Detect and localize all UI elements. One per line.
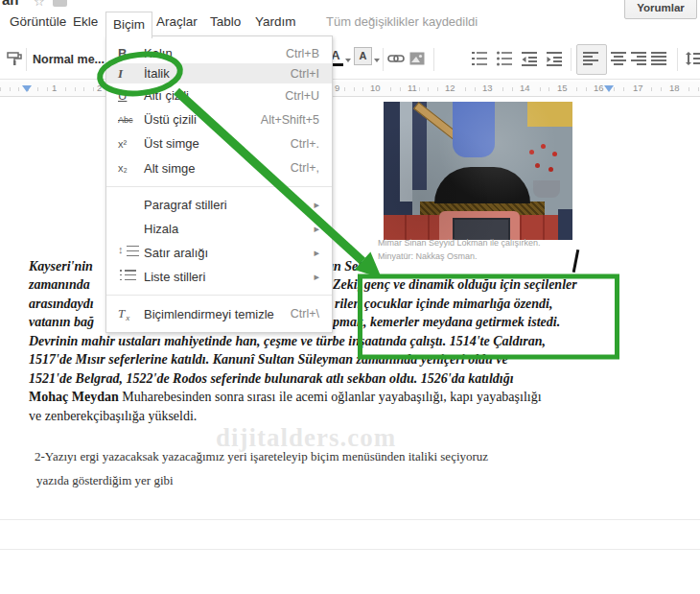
miniature-texture [384, 102, 572, 240]
menu-separator [106, 295, 332, 296]
ruler-number: 10 [368, 83, 383, 93]
menu-item-shortcut: Ctrl+I [291, 67, 319, 81]
ruler-number: 12 [443, 83, 457, 93]
menu-ekle[interactable]: Ekle [73, 14, 98, 29]
folder-icon[interactable] [53, 0, 67, 7]
insert-link-icon[interactable] [387, 50, 405, 67]
document-title-fragment[interactable]: an [2, 0, 19, 8]
document-image-miniature[interactable] [384, 102, 572, 240]
bold-icon: B [118, 46, 144, 60]
increase-indent-icon[interactable] [546, 50, 563, 67]
numbered-list-icon[interactable] [471, 50, 488, 67]
menu-item-label: Üst simge [144, 136, 199, 151]
menu-item-shortcut: Ctrl+B [286, 47, 319, 60]
menu-item-bicimlendirmeyi-temizle[interactable]: T Biçimlendirmeyi temizle Ctrl+\ [106, 301, 332, 326]
bulleted-list-icon[interactable] [496, 50, 513, 67]
line-spacing-icon[interactable] [685, 50, 700, 67]
menu-araclar[interactable]: Araçlar [156, 14, 198, 29]
menu-item-italik[interactable]: I İtalik Ctrl+I [106, 63, 332, 83]
decrease-indent-icon[interactable] [521, 50, 538, 67]
doc-line[interactable]: Zeki, genç ve dinamik olduğu için seçile… [333, 277, 577, 293]
ruler-number: 1 [50, 83, 58, 93]
doc-line[interactable]: zamanında [29, 277, 90, 293]
menu-item-label: Üstü çizili [144, 112, 197, 127]
menu-goruntule[interactable]: Görüntüle [10, 14, 66, 29]
menu-item-paragraf-stilleri[interactable]: Paragraf stilleri [106, 193, 332, 217]
menu-item-shortcut: Ctrl+\ [291, 307, 319, 321]
ruler-number: 13 [480, 83, 495, 93]
highlight-color-caret-icon[interactable] [374, 59, 380, 62]
menu-item-label: Liste stilleri [144, 270, 205, 284]
ruler-number: 9 [333, 83, 341, 93]
text-color-caret-icon[interactable] [345, 59, 351, 62]
highlight-color-icon[interactable]: A [354, 47, 372, 65]
align-center-icon[interactable] [611, 52, 626, 65]
menu-item-label: Biçimlendirmeyi temizle [144, 307, 274, 321]
align-right-icon[interactable] [631, 52, 646, 65]
toolbar-separator [677, 48, 678, 71]
insert-image-icon[interactable] [408, 50, 426, 67]
menu-item-alt-simge[interactable]: x₂ Alt simge Ctrl+, [106, 155, 332, 180]
doc-line[interactable]: ve zenberekçibaşılığa yükseldi. [29, 409, 197, 424]
doc-line[interactable]: yazıda gösterdiğim yer gibi [36, 473, 174, 488]
menu-item-label: İtalik [144, 66, 170, 81]
doc-line[interactable]: 1521'de Belgrad, 1522'de Rodos seferinde… [29, 371, 514, 387]
subscript-icon: x₂ [118, 162, 144, 174]
doc-line[interactable]: Devrinin mahir ustaları mahiyetinde han,… [29, 334, 546, 349]
doc-line[interactable]: an Selim [327, 259, 376, 274]
format-menu: B Kalın Ctrl+B I İtalik Ctrl+I U Altı çi… [105, 36, 333, 333]
doc-line[interactable]: arasındaydı [29, 297, 94, 312]
page-divider [0, 519, 700, 520]
google-docs-window: an ☆ Yorumlar Görüntüle Ekle Biçim Araçl… [0, 0, 700, 594]
image-caption-line1: Mimar Sinan Seyyid Lokman ile çalışırken… [378, 238, 541, 248]
doc-regular-run: Muharebesinden sonra sırası ile acemi oğ… [119, 390, 542, 404]
doc-line[interactable]: rilen çocuklar içinde mimarlığa özendi, [335, 297, 553, 312]
ruler-number: 14 [518, 83, 532, 93]
menu-tablo[interactable]: Tablo [210, 14, 241, 29]
ruler-number: 2 [95, 83, 104, 93]
paragraph-style-dropdown[interactable]: Normal me... [33, 53, 105, 66]
list-styles-icon [118, 270, 144, 284]
menu-item-label: Alt simge [144, 161, 195, 176]
image-caption-line2: Minyatür: Nakkaş Osman. [378, 251, 478, 261]
doc-bold-run: Mohaç Meydan [29, 390, 119, 404]
doc-line[interactable]: Mohaç Meydan Muharebesinden sonra sırası… [29, 390, 542, 405]
menu-item-shortcut: Ctrl+U [285, 89, 319, 103]
left-indent-marker[interactable] [22, 85, 32, 92]
menu-item-satir-araligi[interactable]: Satır aralığı [106, 241, 332, 265]
italic-icon: I [118, 66, 144, 82]
right-indent-marker[interactable] [604, 85, 614, 92]
menu-item-ustu-cizili[interactable]: Abc Üstü çizili Alt+Shift+5 [106, 107, 332, 131]
doc-line[interactable]: vatanın bağ [29, 315, 94, 330]
line-spacing-icon [118, 246, 144, 260]
menu-bicim-active[interactable]: Biçim [105, 12, 152, 38]
toolbar-separator [571, 48, 572, 71]
menu-item-liste-stilleri[interactable]: Liste stilleri [106, 265, 332, 289]
toolbar-separator [26, 48, 27, 71]
menu-item-alti-cizili[interactable]: U Altı çizili Ctrl+U [106, 83, 332, 107]
align-left-icon[interactable] [583, 52, 598, 65]
doc-line[interactable]: Kayseri'nin [29, 259, 93, 274]
ruler-number: 11 [406, 83, 419, 93]
menu-item-shortcut: Ctrl+. [291, 137, 319, 151]
menu-item-ust-simge[interactable]: x² Üst simge Ctrl+. [106, 131, 332, 155]
menu-item-shortcut: Ctrl+, [291, 161, 319, 175]
ruler-number: 15 [555, 83, 570, 93]
star-icon[interactable]: ☆ [34, 0, 45, 9]
doc-line[interactable]: 2-Yazıyı ergi yazacaksak yazacağımız yer… [35, 449, 488, 464]
menu-separator [106, 186, 332, 187]
justify-icon[interactable] [651, 52, 666, 65]
menu-item-label: Kalın [144, 46, 173, 60]
menu-item-kalin[interactable]: B Kalın Ctrl+B [106, 43, 332, 63]
clear-formatting-icon: T [118, 306, 144, 322]
doc-line[interactable]: pmak, kemerler meydana getirmek istedi. [333, 315, 560, 330]
ruler-number: 18 [667, 83, 682, 93]
ruler-number: 17 [631, 83, 645, 93]
menu-item-label: Paragraf stilleri [144, 198, 227, 212]
paint-format-icon[interactable] [6, 50, 23, 67]
menu-item-hizala[interactable]: Hizala [106, 217, 332, 241]
menu-yardim[interactable]: Yardım [255, 14, 296, 29]
superscript-icon: x² [118, 138, 144, 150]
strikethrough-icon: Abc [118, 115, 144, 125]
doc-line[interactable]: 1517'de Mısır seferlerine katıldı. Kanun… [29, 352, 508, 368]
